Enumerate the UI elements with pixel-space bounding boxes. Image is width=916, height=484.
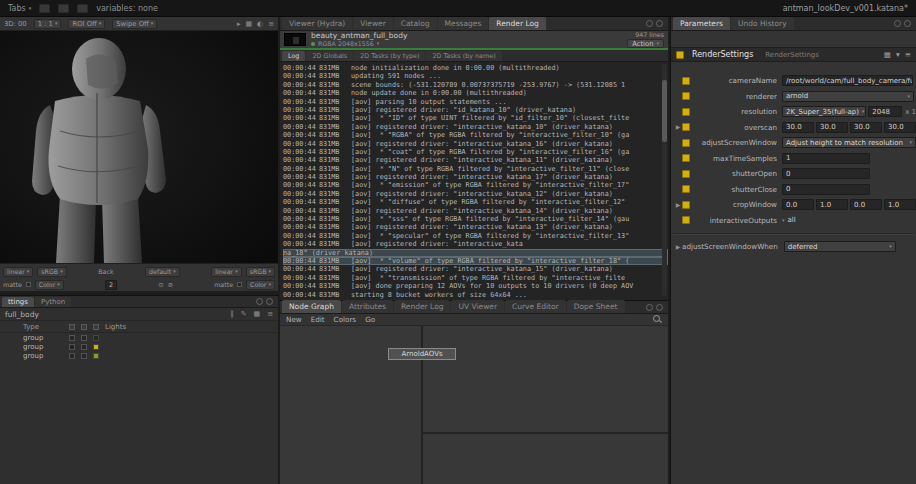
modified-badge-icon[interactable] (682, 92, 690, 100)
panel-tab[interactable]: Render Log (489, 17, 545, 30)
right-display-dropdown[interactable]: sRGB▾ (246, 267, 275, 277)
expander-icon[interactable]: ▶ (674, 202, 682, 208)
lens-dropdown[interactable]: default▾ (145, 267, 180, 277)
expander-icon[interactable]: ▶ (674, 124, 682, 130)
cropWindow-field-0[interactable]: 0.0 (782, 199, 814, 210)
panel-options-icon[interactable] (646, 304, 653, 311)
matte-color-swatch[interactable] (237, 282, 242, 287)
interactiveOutputs-value[interactable]: all (788, 216, 796, 224)
modified-badge-icon[interactable] (682, 216, 690, 224)
scene-item-row[interactable]: group (0, 351, 278, 360)
modified-badge-icon[interactable] (682, 108, 690, 116)
menu-item[interactable]: Colors (334, 315, 357, 324)
checkbox[interactable] (69, 344, 75, 350)
checkbox[interactable] (81, 353, 87, 359)
toolbar-icon[interactable] (39, 4, 50, 13)
zoom-dropdown[interactable]: 1 : 1▾ (34, 19, 62, 29)
menu-item[interactable]: Edit (311, 315, 325, 324)
modified-badge-icon[interactable] (682, 77, 690, 85)
split-icon[interactable]: ⊘ (168, 281, 173, 288)
render-viewport[interactable] (0, 31, 278, 263)
maxTimeSamples-field[interactable]: 1 (782, 153, 870, 164)
panel-options-icon[interactable] (256, 298, 263, 305)
panel-tab[interactable]: Viewer (Hydra) (282, 17, 352, 30)
pause-icon[interactable]: ∥ (230, 310, 234, 318)
checkbox[interactable] (69, 353, 75, 359)
modified-badge-icon[interactable] (682, 139, 690, 147)
modified-badge-icon[interactable] (676, 51, 684, 59)
roi-dropdown[interactable]: ROI Off▾ (68, 19, 105, 29)
menu-item[interactable]: New (286, 315, 302, 324)
swipe-dropdown[interactable]: Swipe Off▾ (112, 19, 157, 29)
buffer-index-field[interactable]: 2 (105, 280, 117, 290)
panel-tab[interactable]: Curve Editor (505, 300, 566, 313)
log-tab[interactable]: Log (282, 51, 305, 61)
adjustScreenWindowWhen-dropdown[interactable]: deferred▾ (784, 241, 896, 252)
node-name[interactable]: RenderSettings (692, 50, 753, 59)
tabs-menu[interactable]: Tabs ▾ (8, 4, 31, 13)
right-matte-toggle[interactable]: matte (214, 281, 233, 288)
back-buffer-label[interactable]: Back (98, 268, 113, 275)
left-channel-dropdown[interactable]: Color▾ (35, 280, 64, 290)
scene-item-row[interactable]: group (0, 333, 278, 342)
variables-status[interactable]: variables: none (96, 4, 158, 13)
panel-link-icon[interactable] (656, 20, 663, 27)
menu-item[interactable]: Go (365, 315, 375, 324)
panel-tab[interactable]: Attributes (342, 300, 393, 313)
contrast-icon[interactable]: ◐ (257, 20, 263, 28)
log-tab[interactable]: 2D Globals (306, 51, 353, 61)
overscan-field-1[interactable]: 30.0 (816, 122, 848, 133)
toolbar-icon[interactable] (77, 4, 88, 13)
chevron-down-icon[interactable]: ▾ (377, 41, 380, 46)
panel-tab[interactable]: Node Graph (282, 300, 341, 313)
panel-tab[interactable]: Dope Sheet (567, 300, 625, 313)
menu-icon[interactable]: ≡ (905, 50, 911, 59)
toolbar-icon[interactable] (58, 4, 69, 13)
menu-icon[interactable]: ≡ (267, 310, 273, 318)
chevron-down-icon[interactable]: ▾ (782, 218, 785, 223)
modified-badge-icon[interactable] (682, 185, 690, 193)
panel-link-icon[interactable] (656, 304, 663, 311)
scene-item-row[interactable]: group (0, 342, 278, 351)
adjustScreenWindow-dropdown[interactable]: Adjust height to match resolution▾ (782, 137, 916, 148)
node-arnold-aovs[interactable]: ArnoldAOVs (388, 348, 456, 360)
grid-icon[interactable]: ▦ (884, 50, 891, 59)
panel-link-icon[interactable] (266, 298, 273, 305)
log-tab[interactable]: 2D Tasks (by name) (426, 51, 501, 61)
right-colorspace-dropdown[interactable]: linear▾ (211, 267, 241, 277)
panel-tab[interactable]: Undo History (731, 17, 794, 30)
panel-tab[interactable]: Python (35, 297, 71, 307)
renderer-dropdown[interactable]: arnold▾ (782, 91, 914, 102)
overscan-field-0[interactable]: 30.0 (782, 122, 814, 133)
options-icon[interactable]: ≡ (268, 20, 274, 28)
overscan-field-2[interactable]: 30.0 (850, 122, 882, 133)
left-colorspace-dropdown[interactable]: linear▾ (3, 267, 33, 277)
left-display-dropdown[interactable]: sRGB▾ (37, 267, 66, 277)
shutterClose-field[interactable]: 0 (782, 184, 870, 195)
light-color-swatch[interactable] (93, 335, 99, 341)
log-tab[interactable]: 2D Tasks (by type) (354, 51, 425, 61)
checkbox[interactable] (69, 335, 75, 341)
scrollbar-thumb[interactable] (662, 80, 667, 142)
panel-options-icon[interactable] (894, 20, 901, 27)
panel-tab[interactable]: Render Log (394, 300, 450, 313)
overscan-field-3[interactable]: 30.0 (884, 122, 916, 133)
resolution-width-field[interactable]: 2048 (868, 106, 902, 117)
panel-tab[interactable]: ttings (2, 297, 34, 307)
checkbox[interactable] (81, 344, 87, 350)
panel-tab[interactable]: UV Viewer (451, 300, 504, 313)
expander-icon[interactable]: ▶ (674, 244, 682, 250)
resolution-preset-dropdown[interactable]: 2K_Super_35(full-ap)▾ (782, 106, 866, 117)
panel-link-icon[interactable] (904, 20, 911, 27)
cameraName-input[interactable]: /root/world/cam/full_body_camera/full_bo (782, 75, 913, 86)
collapse-icon[interactable]: ▾ (896, 50, 900, 59)
matte-color-swatch[interactable] (26, 282, 31, 287)
edit-icon[interactable]: ✎ (241, 310, 247, 318)
checkbox[interactable] (81, 335, 87, 341)
action-button[interactable]: Action▾ (627, 39, 664, 48)
node-graph-canvas[interactable]: ArnoldAOVs (280, 326, 668, 484)
panel-tab[interactable]: Parameters (673, 17, 730, 30)
panel-tab[interactable]: Catalog (394, 17, 437, 30)
modified-badge-icon[interactable] (682, 123, 690, 131)
search-icon[interactable] (653, 315, 662, 324)
